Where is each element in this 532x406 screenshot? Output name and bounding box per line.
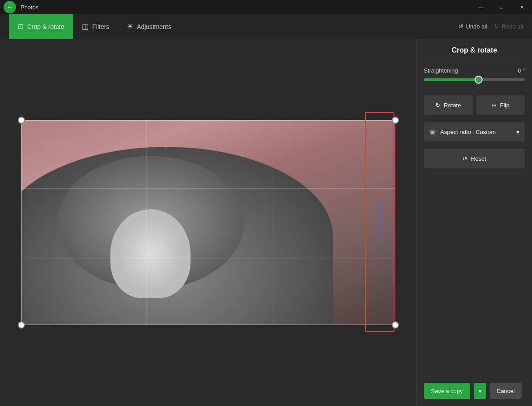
redo-icon: ↻ (494, 23, 499, 30)
aspect-ratio-prefix: Aspect ratio : (440, 129, 475, 135)
redo-all-label: Redo all (502, 23, 523, 30)
undo-all-label: Undo all (466, 23, 487, 30)
filters-label: Filters (92, 23, 109, 30)
chevron-down-icon: ▾ (516, 129, 520, 135)
titlebar-controls: — □ ✕ (471, 0, 532, 14)
undo-icon: ↺ (459, 23, 463, 30)
minimize-button[interactable]: — (471, 0, 491, 14)
red-selection-strip: Orlando's cat (365, 112, 394, 332)
titlebar-left: ← Photos (4, 1, 38, 13)
rotate-label: Rotate (444, 102, 461, 109)
adjustments-tab[interactable]: ☀ Adjustments (118, 14, 180, 39)
back-button[interactable]: ← (4, 1, 16, 13)
cancel-button[interactable]: Cancel (490, 383, 522, 399)
filters-tab[interactable]: ◫ Filters (73, 14, 118, 39)
main-area: Orlando's cat Crop & rotate Straightenin… (0, 39, 532, 406)
aspect-ratio-icon: ▣ (429, 128, 436, 136)
close-button[interactable]: ✕ (512, 0, 532, 14)
crop-rotate-label: Crop & rotate (27, 23, 64, 30)
grid-line-h1 (21, 188, 395, 189)
bottom-actions: Save a copy ▾ Cancel (424, 383, 525, 399)
filters-icon: ◫ (82, 22, 89, 31)
rotate-icon: ↻ (435, 102, 440, 109)
aspect-ratio-dropdown[interactable]: ▣ Aspect ratio : Custom ▾ (424, 122, 525, 142)
straightening-section: Straightening 0 ° (424, 67, 525, 88)
adjustments-label: Adjustments (137, 23, 171, 30)
straightening-label: Straightening (424, 67, 458, 74)
right-panel: Crop & rotate Straightening 0 ° ↻ Rotate… (416, 39, 532, 406)
reset-icon: ↺ (463, 155, 467, 162)
flip-icon: ⇔ (491, 102, 496, 109)
back-icon: ← (7, 4, 13, 11)
watermark-text: Orlando's cat (376, 202, 383, 242)
rotate-button[interactable]: ↻ Rotate (424, 95, 473, 115)
grid-line-h2 (21, 257, 395, 257)
crop-handle-bottom-left[interactable] (18, 321, 25, 329)
grid-line-v2 (271, 120, 271, 325)
flip-label: Flip (500, 102, 509, 109)
straightening-value: 0 ° (518, 67, 525, 74)
canvas-area: Orlando's cat (0, 39, 416, 406)
crop-handle-top-left[interactable] (18, 117, 25, 124)
flip-button[interactable]: ⇔ Flip (476, 95, 525, 115)
crop-rotate-icon: ⊡ (18, 22, 24, 31)
maximize-button[interactable]: □ (491, 0, 512, 14)
straightening-label-row: Straightening 0 ° (424, 67, 525, 74)
grid-line-v1 (146, 120, 146, 325)
adjustments-icon: ☀ (127, 22, 133, 31)
save-dropdown-button[interactable]: ▾ (474, 383, 486, 399)
aspect-ratio-label: Aspect ratio : Custom (440, 129, 512, 135)
redo-all-button[interactable]: ↻ Redo all (494, 23, 523, 30)
crop-border (21, 120, 395, 325)
crop-overlay: Orlando's cat (21, 120, 395, 325)
save-copy-button[interactable]: Save a copy (424, 383, 470, 399)
reset-button[interactable]: ↺ Reset (424, 149, 525, 168)
toolbar-actions: ↺ Undo all ↻ Redo all (459, 23, 523, 30)
crop-rotate-tab[interactable]: ⊡ Crop & rotate (9, 14, 73, 39)
titlebar: ← Photos — □ ✕ (0, 0, 532, 14)
slider-thumb[interactable] (475, 76, 483, 84)
cancel-label: Cancel (497, 388, 515, 394)
crop-handle-bottom-right[interactable] (392, 321, 399, 329)
panel-title: Crop & rotate (424, 46, 525, 60)
reset-label: Reset (471, 155, 486, 162)
slider-fill (424, 78, 479, 81)
straightening-slider[interactable] (424, 78, 525, 81)
save-dropdown-icon: ▾ (479, 388, 482, 394)
aspect-ratio-value: Custom (475, 129, 495, 135)
rotate-flip-buttons: ↻ Rotate ⇔ Flip (424, 95, 525, 115)
image-wrapper: Orlando's cat (21, 120, 395, 325)
toolbar: ⊡ Crop & rotate ◫ Filters ☀ Adjustments … (0, 14, 532, 39)
save-copy-label: Save a copy (431, 388, 463, 394)
crop-handle-top-right[interactable] (392, 117, 399, 124)
app-title: Photos (20, 4, 38, 11)
undo-all-button[interactable]: ↺ Undo all (459, 23, 487, 30)
